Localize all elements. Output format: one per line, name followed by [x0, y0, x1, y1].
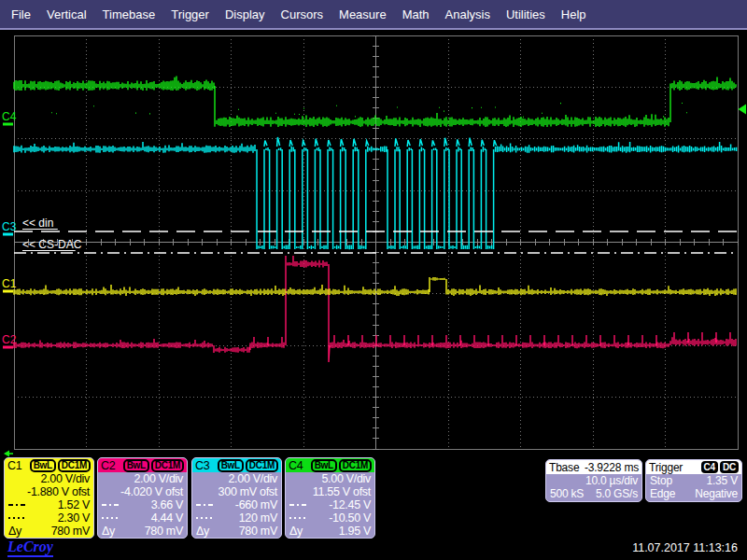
cursor1-dashdot-icon	[289, 504, 306, 506]
trace-c1	[14, 277, 736, 296]
c2-delta: Δy780 mV	[98, 525, 187, 538]
bwl-badge: BwL	[218, 459, 244, 472]
timebase-label: Tbase	[549, 461, 579, 474]
c4-cursor1: -12.45 V	[286, 498, 374, 511]
cursor1-dashdot-icon	[196, 504, 213, 506]
channel-box-c3[interactable]: C3 BwL DC1M 2.00 V/div 300 mV ofst -660 …	[191, 457, 282, 539]
trigger-source-badge: C4	[701, 461, 718, 473]
trigger-mode-row: Stop1.35 V	[646, 474, 741, 487]
channel-indicator-c2[interactable]: C2	[2, 333, 17, 346]
trigger-slope-row: EdgeNegative	[646, 487, 741, 500]
timebase-sampling: 500 kS5.0 GS/s	[546, 487, 641, 500]
c2-vdiv: 2.00 V/div	[98, 472, 187, 485]
c2-offset: -4.020 V ofst	[98, 485, 187, 498]
channel-indicator-c1[interactable]: C1	[2, 277, 17, 290]
cursor2-dotted-icon	[196, 517, 213, 519]
dc1m-badge: DC1M	[246, 459, 278, 472]
c4-offset: 11.55 V ofst	[286, 485, 374, 498]
bwl-badge: BwL	[123, 459, 149, 472]
c1-cursor1: 1.52 V	[5, 498, 93, 511]
c3-header: C3 BwL DC1M	[192, 458, 281, 472]
trigger-level-arrow-icon[interactable]	[739, 105, 747, 115]
c4-cursor2: -10.50 V	[286, 511, 374, 525]
trigger-box[interactable]: Trigger C4 DC Stop1.35 V EdgeNegative	[645, 459, 742, 502]
c2-cursor2: 4.44 V	[98, 511, 187, 525]
channel-indicator-c4[interactable]: C4	[2, 110, 17, 123]
timebase-header: Tbase -3.9228 ms	[546, 460, 641, 474]
trace-c2	[14, 256, 736, 362]
timebase-delay: -3.9228 ms	[585, 461, 639, 474]
trace-c3	[14, 137, 737, 249]
cursor2-dotted-icon	[289, 517, 306, 519]
cursor-label-1: << din	[22, 217, 53, 230]
bwl-badge: BwL	[30, 459, 56, 472]
lecroy-logo: LeCroy	[7, 539, 53, 557]
c1-cursor2: 2.30 V	[5, 511, 93, 525]
c4-vdiv: 5.00 V/div	[286, 472, 374, 485]
channel-box-c1[interactable]: C1 BwL DC1M 2.00 V/div -1.880 V ofst 1.5…	[4, 457, 94, 539]
channel-box-c4[interactable]: C4 BwL DC1M 5.00 V/div 11.55 V ofst -12.…	[285, 457, 375, 539]
screen-labels: C4C3C1C2	[2, 105, 746, 457]
datetime: 11.07.2017 11:13:16	[632, 541, 738, 554]
c4-delta: Δy1.95 V	[286, 525, 374, 538]
cursor2-dotted-icon	[8, 517, 25, 519]
c2-label: C2	[101, 459, 115, 472]
trigger-header: Trigger C4 DC	[646, 460, 741, 474]
cursor2-dotted-icon	[102, 517, 119, 519]
c3-vdiv: 2.00 V/div	[192, 472, 281, 485]
cursor1-dashdot-icon	[8, 504, 25, 506]
c3-offset: 300 mV ofst	[192, 485, 281, 498]
c1-label: C1	[7, 459, 21, 472]
c1-vdiv: 2.00 V/div	[5, 472, 93, 485]
c3-delta: Δy780 mV	[192, 525, 281, 538]
c3-cursor1: -660 mV	[192, 498, 281, 511]
dc1m-badge: DC1M	[151, 459, 184, 472]
trace-c4	[14, 76, 736, 127]
channel-indicator-c3[interactable]: C3	[2, 220, 17, 233]
c2-header: C2 BwL DC1M	[98, 458, 187, 472]
c1-offset: -1.880 V ofst	[5, 485, 93, 498]
timebase-perdiv: 10.0 µs/div	[546, 474, 641, 487]
c4-header: C4 BwL DC1M	[286, 458, 374, 472]
trigger-coupling-badge: DC	[720, 461, 739, 473]
bwl-badge: BwL	[311, 459, 337, 472]
dc1m-badge: DC1M	[58, 459, 91, 472]
trace-c4-noise-dots	[51, 104, 687, 118]
cursor-label-2: << CS-DAC	[22, 238, 82, 251]
graticule	[14, 35, 738, 449]
c2-cursor1: 3.66 V	[98, 498, 187, 511]
trigger-position-arrow-icon[interactable]	[4, 451, 9, 457]
cursor1-dashdot-icon	[102, 504, 119, 506]
c3-label: C3	[195, 459, 209, 472]
c1-delta: Δy780 mV	[5, 525, 93, 538]
c1-header: C1 BwL DC1M	[5, 458, 93, 472]
dc1m-badge: DC1M	[339, 459, 372, 472]
traces	[14, 76, 737, 362]
c3-cursor2: 120 mV	[192, 511, 281, 525]
channel-box-c2[interactable]: C2 BwL DC1M 2.00 V/div -4.020 V ofst 3.6…	[97, 457, 188, 539]
c4-label: C4	[289, 459, 303, 472]
trigger-label: Trigger	[649, 461, 683, 474]
timebase-box[interactable]: Tbase -3.9228 ms 10.0 µs/div 500 kS5.0 G…	[545, 459, 642, 502]
